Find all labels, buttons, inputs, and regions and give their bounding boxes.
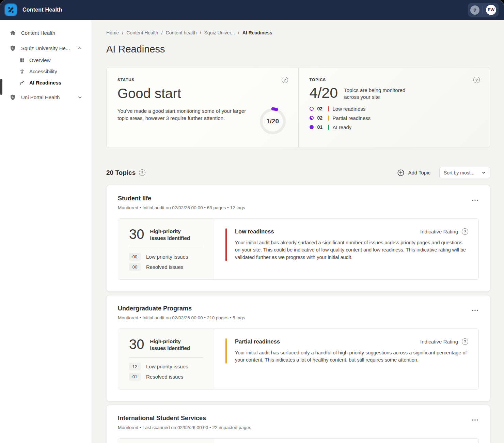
help-button[interactable]: ? (470, 5, 479, 15)
breadcrumb-separator: / (238, 30, 239, 35)
status-title: Good start (117, 86, 287, 101)
topic-title: International Student Services (118, 415, 251, 422)
resolved-label: Resolved issues (146, 264, 183, 270)
breadcrumb-separator: / (200, 30, 201, 35)
high-priority-label: High-priority issues identified (150, 337, 190, 352)
legend-row-ai-ready: 01 AI ready (310, 124, 479, 130)
topbar: Content Health ? EW (0, 0, 504, 20)
legend-row-low-readiness: 02 Low readiness (310, 106, 479, 112)
chevron-up-icon (78, 46, 82, 50)
rating-help-icon[interactable]: ? (462, 338, 468, 345)
app-title: Content Health (22, 7, 62, 13)
legend-count: 02 (317, 115, 326, 121)
sidebar-item-overview[interactable]: Overview (0, 55, 92, 66)
high-priority-label: High-priority issues identified (150, 227, 190, 242)
topic-menu-button[interactable] (471, 195, 479, 204)
resolved-label: Resolved issues (146, 374, 183, 380)
ellipsis-icon (472, 309, 478, 311)
sidebar-item-label: AI Readiness (29, 80, 61, 86)
indicative-rating-label: Indicative Rating (420, 339, 458, 345)
sort-dropdown-value: Sort by most... (444, 170, 474, 175)
sidebar-item-label: Squiz University He... (21, 45, 70, 51)
user-avatar[interactable]: EW (486, 5, 496, 15)
legend-label: Low readiness (333, 106, 366, 112)
topics-help-icon[interactable]: ? (473, 77, 480, 83)
sidebar-item-label: Content Health (21, 30, 55, 36)
squiz-logo-icon (4, 3, 17, 16)
grid-icon (19, 58, 25, 63)
sidebar-item-content-health[interactable]: Content Health (0, 27, 92, 39)
high-priority-count: 30 (129, 337, 144, 352)
topic-menu-button[interactable] (471, 415, 479, 424)
brand: Content Health (4, 3, 62, 16)
legend-bar (328, 106, 329, 111)
rating-color-bar (225, 228, 227, 261)
topic-menu-button[interactable] (471, 305, 479, 314)
status-label: STATUS (117, 78, 287, 82)
low-priority-count: 00 (129, 253, 141, 261)
rating-help-icon[interactable]: ? (462, 228, 468, 235)
rating-color-bar (225, 338, 227, 364)
indicative-rating-label: Indicative Rating (420, 229, 458, 234)
breadcrumb: Home / Content Health / Content health /… (106, 30, 490, 35)
topics-list-heading: 20 Topics (106, 169, 136, 177)
sidebar-item-label: Accessibility (29, 68, 57, 74)
sidebar-scrollbar-thumb[interactable] (0, 79, 2, 95)
donut-label: 1/20 (258, 107, 287, 136)
sidebar: Content Health Squiz University He... Ov… (0, 20, 92, 443)
rating-title: Low readiness (235, 228, 274, 235)
low-priority-row: 12 Low priority issues (129, 363, 203, 370)
topic-rating-panel: Partial readiness Indicative Rating ? Yo… (214, 329, 478, 389)
home-icon (10, 30, 16, 36)
topic-title: Student life (118, 195, 245, 202)
sidebar-item-label: Overview (29, 57, 51, 63)
topic-meta: Monitored • Initial audit on 02/02/26 00… (118, 315, 245, 320)
half-circle-icon (310, 116, 314, 120)
topics-panel: TOPICS ? 4/20 Topics are being monitored… (298, 67, 490, 148)
breadcrumb-home[interactable]: Home (106, 30, 119, 35)
shield-icon (10, 94, 16, 101)
low-priority-row: 00 Low priority issues (129, 253, 203, 261)
sidebar-item-ai-readiness[interactable]: AI Readiness (0, 77, 92, 88)
topic-meta: Monitored • Initial audit on 02/02/26 00… (118, 205, 245, 210)
sidebar-item-accessibility[interactable]: Accessibility (0, 66, 92, 77)
topic-card-international-student-services: International Student Services Monitored… (106, 405, 490, 443)
resolved-row: 00 Resolved issues (129, 263, 203, 271)
topbar-user-group: ? EW (468, 3, 499, 17)
summary-card: STATUS ? Good start You’ve made a good s… (106, 67, 490, 148)
legend-count: 02 (317, 106, 326, 111)
high-priority-count: 30 (129, 227, 144, 242)
empty-circle-icon (310, 107, 314, 111)
app-window: Content Health ? EW Content Health Squiz… (0, 0, 504, 443)
breadcrumb-separator: / (161, 30, 163, 35)
resolved-row: 01 Resolved issues (129, 373, 203, 381)
topic-stats-panel (118, 439, 214, 443)
rating-description: Your initial audit has already surfaced … (235, 239, 468, 261)
breadcrumb-squiz-university[interactable]: Squiz Univer... (204, 30, 235, 35)
topics-list-help-icon[interactable]: ? (139, 169, 145, 176)
main-content: Home / Content Health / Content health /… (92, 20, 504, 443)
sidebar-item-label: Uni Portal Health (21, 94, 60, 100)
chevron-down-icon (482, 170, 486, 175)
topics-legend: 02 Low readiness 02 Partial readiness (310, 106, 479, 130)
rating-title: Partial readiness (235, 338, 280, 345)
ellipsis-icon (472, 199, 478, 201)
legend-row-partial-readiness: 02 Partial readiness (310, 115, 479, 121)
filled-circle-icon (310, 125, 314, 129)
breadcrumb-content-health[interactable]: Content Health (126, 30, 158, 35)
topbar-divider (483, 6, 483, 14)
sort-dropdown[interactable]: Sort by most... (439, 167, 490, 178)
breadcrumb-separator: / (122, 30, 123, 35)
topics-list-header: 20 Topics ? Add Topic Sort by most... (106, 167, 490, 178)
add-topic-label: Add Topic (408, 170, 430, 175)
breadcrumb-content-health-lower[interactable]: Content health (166, 30, 197, 35)
page-title: AI Readiness (106, 44, 490, 55)
topic-stats-panel: 30 High-priority issues identified 00 Lo… (118, 219, 214, 279)
topics-subtitle: Topics are being monitored across your s… (344, 87, 419, 101)
add-topic-button[interactable]: Add Topic (397, 169, 430, 177)
status-help-icon[interactable]: ? (282, 77, 288, 83)
topic-meta: Monitored • Last scanned on 02/02/26 00:… (118, 425, 251, 430)
sidebar-item-squiz-university[interactable]: Squiz University He... (0, 42, 92, 55)
sidebar-item-uni-portal-health[interactable]: Uni Portal Health (0, 91, 92, 104)
resolved-count: 00 (129, 263, 141, 271)
